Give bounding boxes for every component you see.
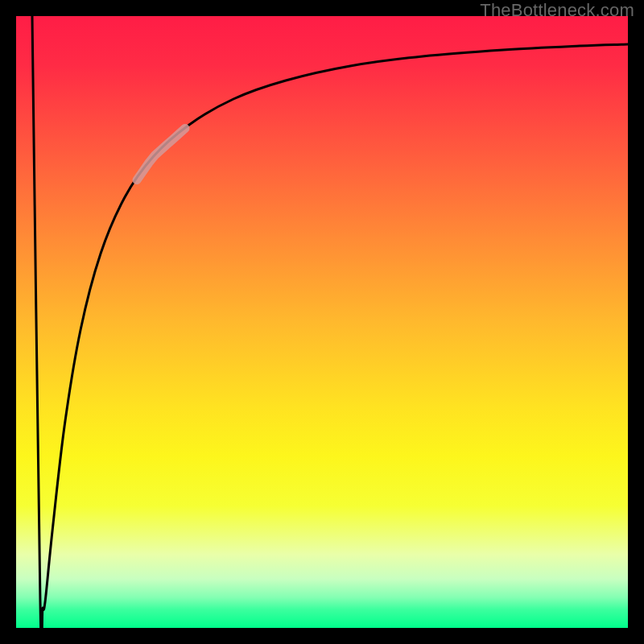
bottleneck-curve xyxy=(32,16,628,628)
chart-frame: TheBottleneck.com xyxy=(0,0,644,644)
curve-highlight-segment xyxy=(137,128,185,180)
plot-area xyxy=(16,16,628,628)
curve-svg xyxy=(16,16,628,628)
